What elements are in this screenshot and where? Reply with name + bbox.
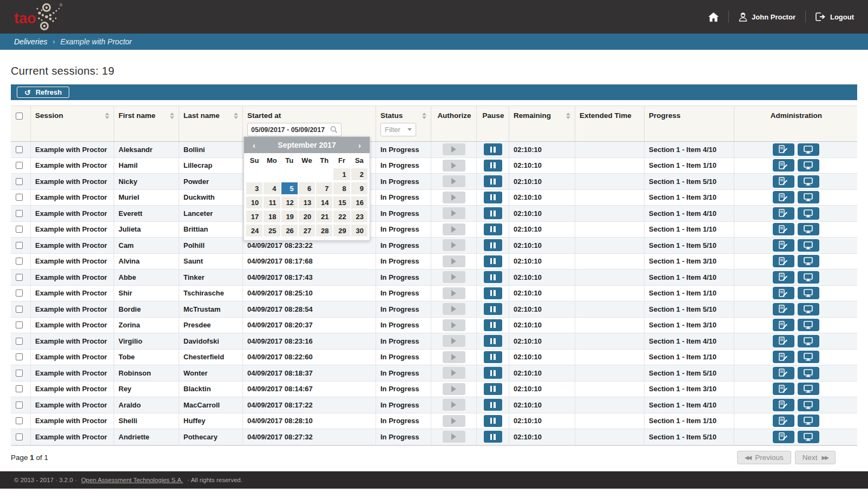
calendar-day-17[interactable]: 17 [246, 210, 262, 222]
pause-button[interactable] [484, 175, 502, 187]
pause-button[interactable] [484, 255, 502, 267]
authorize-button[interactable] [443, 367, 465, 379]
pause-button[interactable] [484, 335, 502, 347]
monitor-session-button[interactable] [798, 175, 819, 188]
pause-button[interactable] [484, 271, 502, 283]
monitor-session-button[interactable] [798, 271, 819, 284]
monitor-session-button[interactable] [798, 399, 819, 411]
session-report-button[interactable] [773, 399, 794, 411]
session-report-button[interactable] [773, 319, 794, 331]
calendar-day-23[interactable]: 23 [351, 210, 367, 222]
row-checkbox[interactable] [16, 162, 23, 169]
user-menu[interactable]: John Proctor [739, 12, 795, 22]
row-checkbox[interactable] [16, 258, 23, 265]
authorize-button[interactable] [443, 143, 465, 155]
session-report-button[interactable] [773, 207, 794, 220]
calendar-day-30[interactable]: 30 [351, 225, 367, 236]
session-report-button[interactable] [773, 431, 794, 443]
calendar-day-15[interactable]: 15 [333, 196, 350, 208]
row-checkbox[interactable] [16, 242, 23, 249]
calendar-day-2[interactable]: 2 [351, 168, 367, 180]
session-report-button[interactable] [773, 287, 794, 299]
pause-button[interactable] [484, 431, 502, 443]
started-at-date-range-input[interactable] [251, 126, 328, 134]
row-checkbox[interactable] [16, 306, 23, 313]
row-checkbox[interactable] [16, 290, 23, 297]
row-checkbox[interactable] [16, 274, 23, 281]
monitor-session-button[interactable] [798, 223, 819, 235]
row-checkbox[interactable] [16, 226, 23, 233]
calendar-day-5[interactable]: 5 [281, 182, 298, 194]
calendar-day-26[interactable]: 26 [281, 225, 298, 236]
calendar-day-28[interactable]: 28 [316, 225, 332, 236]
monitor-session-button[interactable] [798, 207, 819, 220]
monitor-session-button[interactable] [798, 383, 819, 395]
monitor-session-button[interactable] [798, 303, 819, 315]
calendar-next-month-button[interactable]: › [355, 141, 364, 150]
session-report-button[interactable] [773, 367, 794, 379]
authorize-button[interactable] [443, 223, 465, 235]
calendar-day-18[interactable]: 18 [264, 210, 280, 222]
pause-button[interactable] [484, 367, 502, 379]
authorize-button[interactable] [443, 431, 465, 443]
session-report-button[interactable] [773, 383, 794, 395]
pause-button[interactable] [484, 287, 502, 299]
session-report-button[interactable] [773, 143, 794, 156]
calendar-day-3[interactable]: 3 [246, 182, 262, 194]
pause-button[interactable] [484, 223, 502, 235]
calendar-day-27[interactable]: 27 [299, 225, 315, 236]
authorize-button[interactable] [443, 175, 465, 187]
row-checkbox[interactable] [16, 402, 23, 409]
monitor-session-button[interactable] [798, 191, 819, 203]
monitor-session-button[interactable] [798, 335, 819, 347]
session-report-button[interactable] [773, 255, 794, 267]
monitor-session-button[interactable] [798, 351, 819, 363]
authorize-button[interactable] [443, 415, 465, 427]
sort-icon[interactable] [234, 113, 238, 119]
breadcrumb-item-deliveries[interactable]: Deliveries [14, 37, 47, 46]
monitor-session-button[interactable] [798, 239, 819, 252]
column-header-last-name[interactable]: Last name [179, 106, 242, 141]
next-page-button[interactable]: Next ▶▶ [795, 451, 836, 464]
status-filter-select[interactable]: Filter [380, 123, 416, 136]
column-header-remaining[interactable]: Remaining [509, 106, 575, 141]
calendar-day-19[interactable]: 19 [281, 210, 298, 222]
monitor-session-button[interactable] [798, 431, 819, 443]
select-all-checkbox[interactable] [16, 113, 23, 120]
monitor-session-button[interactable] [798, 319, 819, 331]
calendar-day-21[interactable]: 21 [316, 210, 332, 222]
logout-button[interactable]: Logout [816, 12, 854, 21]
pause-button[interactable] [484, 207, 502, 219]
authorize-button[interactable] [443, 383, 465, 395]
sort-icon[interactable] [422, 113, 426, 119]
calendar-day-24[interactable]: 24 [246, 225, 262, 236]
row-checkbox[interactable] [16, 417, 23, 424]
search-icon[interactable] [330, 126, 338, 134]
row-checkbox[interactable] [16, 385, 23, 392]
monitor-session-button[interactable] [798, 367, 819, 379]
authorize-button[interactable] [443, 351, 465, 363]
pause-button[interactable] [484, 160, 502, 172]
pause-button[interactable] [484, 399, 502, 411]
calendar-day-20[interactable]: 20 [299, 210, 315, 222]
calendar-day-6[interactable]: 6 [299, 182, 315, 194]
pause-button[interactable] [484, 351, 502, 363]
sort-icon[interactable] [170, 113, 174, 119]
home-button[interactable] [708, 12, 719, 22]
column-header-status[interactable]: Status Filter [376, 106, 431, 141]
monitor-session-button[interactable] [798, 287, 819, 299]
refresh-button[interactable]: ↻ Refresh [17, 87, 69, 98]
authorize-button[interactable] [443, 399, 465, 411]
row-checkbox[interactable] [16, 210, 23, 217]
pause-button[interactable] [484, 319, 502, 331]
authorize-button[interactable] [443, 319, 465, 331]
monitor-session-button[interactable] [798, 143, 819, 156]
session-report-button[interactable] [773, 159, 794, 172]
sort-icon[interactable] [105, 113, 109, 119]
session-report-button[interactable] [773, 335, 794, 347]
session-report-button[interactable] [773, 223, 794, 235]
calendar-day-25[interactable]: 25 [264, 225, 280, 236]
calendar-day-16[interactable]: 16 [351, 196, 367, 208]
row-checkbox[interactable] [16, 433, 23, 440]
column-header-session[interactable]: Session [30, 106, 114, 141]
